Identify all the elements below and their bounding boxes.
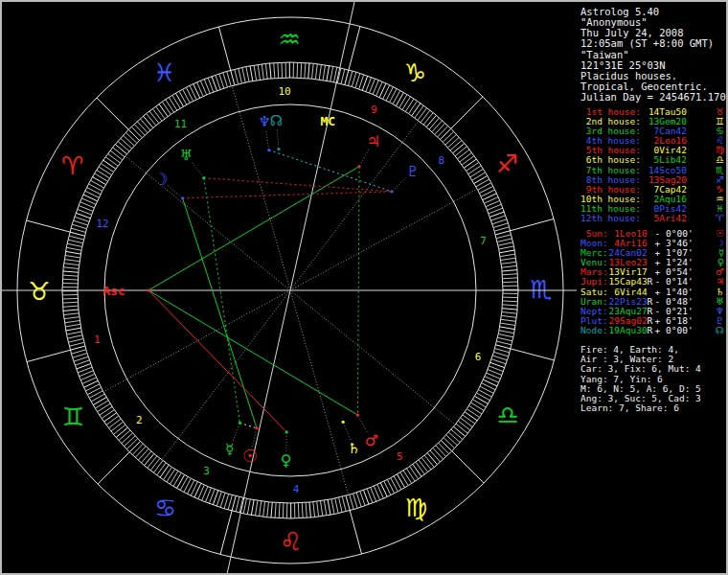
degree-tick	[306, 502, 307, 518]
degree-tick	[74, 356, 88, 361]
degree-tick	[400, 472, 408, 486]
degree-tick	[495, 349, 510, 353]
degree-tick	[63, 313, 79, 315]
julian-day: Julian Day = 2454671.1701	[580, 91, 728, 102]
degree-tick	[503, 282, 518, 283]
sign-glyph-capricorn: ♑	[404, 58, 426, 87]
degree-tick	[223, 73, 228, 87]
degree-tick	[65, 255, 80, 257]
degree-tick	[149, 111, 159, 124]
degree-tick	[474, 175, 488, 183]
degree-tick	[421, 110, 430, 123]
degree-tick	[413, 464, 421, 476]
degree-tick	[73, 220, 87, 225]
degree-tick	[62, 302, 78, 303]
planet-row: Moon:4Ari16+ 3°46'☽	[580, 238, 724, 247]
planet-row: Satu:6Vir44+ 1°40'♄	[580, 287, 724, 296]
degree-tick	[115, 145, 126, 154]
degree-tick	[356, 493, 361, 507]
stat-line: Yang: 7, Yin: 6	[580, 374, 701, 383]
degree-tick	[152, 108, 162, 121]
degree-tick	[134, 124, 145, 135]
aspect-line-moon-sun	[183, 198, 257, 428]
degree-tick	[458, 150, 470, 159]
planet-dot-jupiter	[357, 165, 360, 168]
sign-glyph-cancer: ♋	[154, 494, 176, 522]
degree-tick	[341, 69, 345, 84]
planet-glyph-icon: ☊	[694, 325, 724, 335]
degree-tick	[460, 152, 472, 162]
degree-tick	[72, 224, 86, 229]
degree-tick	[219, 74, 224, 88]
planet-pointer-line	[395, 177, 406, 189]
degree-tick	[465, 412, 477, 421]
degree-tick	[450, 140, 462, 150]
degree-tick	[262, 64, 263, 80]
degree-tick	[153, 461, 163, 473]
degree-tick	[497, 239, 512, 242]
sign-glyph-aquarius: ♒	[279, 25, 301, 54]
degree-tick	[180, 476, 188, 490]
degree-tick	[430, 450, 441, 462]
planet-row: Jupi:15Cap43R- 0°14'♃	[580, 277, 724, 287]
degree-tick	[137, 122, 148, 133]
degree-tick	[323, 65, 325, 80]
degree-tick	[251, 500, 254, 516]
degree-tick	[89, 391, 102, 399]
degree-tick	[271, 502, 272, 518]
degree-tick	[391, 478, 398, 492]
degree-tick	[105, 157, 118, 166]
degree-tick	[224, 494, 229, 508]
degree-tick	[402, 97, 410, 110]
planet-glyph-uranus: ♅	[180, 147, 193, 164]
degree-tick	[353, 494, 358, 508]
degree-tick	[403, 471, 412, 484]
degree-tick	[451, 429, 463, 439]
ascendant-dot	[147, 288, 149, 291]
degree-tick	[132, 444, 143, 455]
house-row: 10th house:2Aqu16♒	[580, 195, 724, 204]
house-cusp-list: 1st house:14Tau50♉ 2nd house:13Gem20♊ 3r…	[580, 106, 724, 223]
house-number-6: 6	[475, 351, 482, 363]
astrolog-window: ♈♉♊♋♌♍♎♏♐♑♒♓123456789101112☉☽☿♀♂♃♄♅♆♇☊As…	[0, 0, 728, 575]
degree-tick	[424, 455, 434, 467]
house-row: 6th house:5Lib42♎	[580, 155, 724, 165]
sign-glyph-taurus: ♉	[28, 277, 50, 306]
degree-tick	[283, 503, 284, 518]
degree-tick	[427, 453, 437, 465]
degree-tick	[102, 410, 114, 419]
degree-tick	[503, 305, 518, 306]
degree-tick	[95, 173, 108, 181]
sign-divider	[97, 98, 128, 129]
degree-tick	[95, 401, 108, 408]
degree-tick	[118, 141, 129, 150]
degree-tick	[503, 301, 518, 302]
degree-tick	[119, 430, 130, 441]
degree-tick	[265, 63, 267, 79]
degree-tick	[412, 104, 421, 116]
degree-tick	[63, 267, 79, 269]
degree-tick	[177, 475, 185, 489]
degree-tick	[63, 310, 79, 310]
degree-tick	[247, 499, 250, 515]
degree-tick	[263, 501, 265, 517]
degree-tick	[455, 147, 466, 156]
chart-coordinates: 121°31E 25°03N	[580, 59, 728, 70]
info-panel: Astrolog 5.40 "Anonymous" Thu July 24, 2…	[577, 2, 726, 573]
house-system: Placidus houses.	[580, 70, 728, 80]
degree-tick	[502, 270, 517, 271]
sign-divider	[218, 27, 230, 70]
house-row: 12th house:5Ari42♈	[580, 214, 724, 223]
degree-tick	[409, 101, 418, 113]
sign-divider	[511, 349, 554, 360]
degree-tick	[446, 435, 458, 446]
degree-tick	[220, 493, 225, 507]
degree-tick	[441, 441, 451, 451]
degree-tick	[65, 251, 80, 254]
degree-tick	[156, 106, 165, 119]
daily-motion-value: + 0°00'	[655, 325, 694, 335]
sign-glyph-leo: ♌	[280, 527, 302, 556]
degree-tick	[235, 69, 239, 84]
degree-tick	[242, 67, 245, 82]
degree-tick	[91, 394, 104, 402]
